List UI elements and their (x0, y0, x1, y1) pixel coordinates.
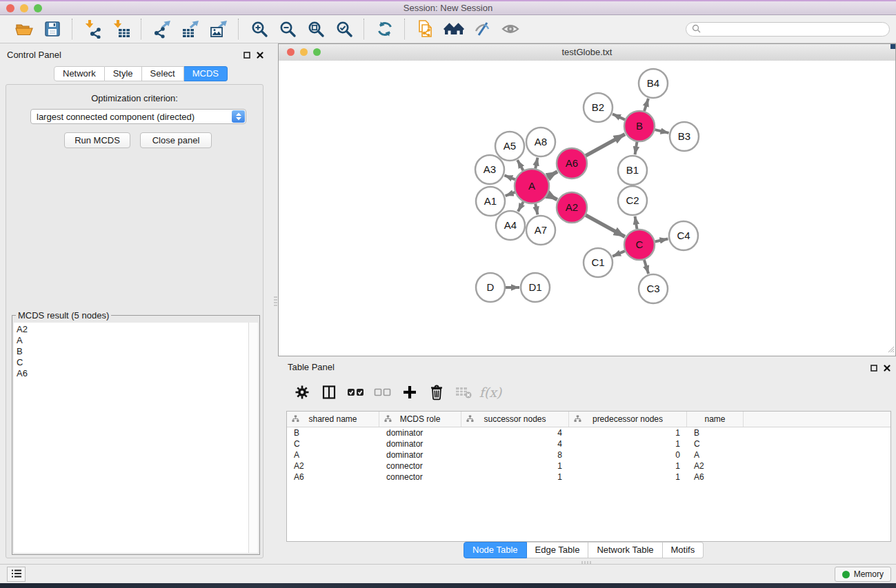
new-network-from-file-icon[interactable] (415, 18, 436, 40)
show-columns-icon[interactable] (317, 381, 341, 404)
close-panel-icon[interactable] (884, 363, 890, 374)
network-minimize-button[interactable] (300, 48, 308, 56)
table-cell: 1 (569, 460, 687, 472)
edge-A-A6[interactable] (548, 172, 558, 177)
export-network-icon[interactable] (151, 18, 172, 40)
mcds-result-item[interactable]: C (14, 357, 248, 368)
edge-A-A1[interactable] (506, 192, 515, 196)
session-title: Session: New Session (0, 1, 896, 14)
edge-B-B1[interactable] (635, 142, 637, 155)
table-toolbar: f(x) (278, 375, 896, 409)
zoom-fit-icon[interactable] (305, 18, 326, 40)
table-row[interactable]: Cdominator41C (287, 438, 890, 449)
refresh-layout-icon[interactable] (374, 18, 395, 40)
resize-grip-icon[interactable] (886, 344, 895, 355)
import-network-icon[interactable] (82, 18, 103, 40)
window-titlebar[interactable]: Session: New Session (0, 0, 896, 15)
save-session-icon[interactable] (41, 18, 63, 40)
first-neighbors-icon[interactable] (443, 18, 464, 40)
tab-node-table[interactable]: Node Table (464, 542, 527, 558)
edge-A2-C[interactable] (586, 215, 625, 236)
zoom-window-button[interactable] (34, 4, 42, 12)
column-header-successor-nodes[interactable]: successor nodes (461, 412, 569, 427)
edge-A-A8[interactable] (535, 158, 537, 169)
export-table-icon[interactable] (179, 18, 201, 40)
tab-motifs[interactable]: Motifs (663, 542, 704, 558)
zoom-selected-icon[interactable] (333, 18, 355, 40)
network-graph[interactable]: B4B2BB3A5A8A6A3AB1A1C2A2A4A7C4CC1DD1C3 (279, 61, 895, 356)
tab-select[interactable]: Select (142, 66, 184, 81)
edge-A-A4[interactable] (518, 202, 524, 212)
deselect-all-columns-icon[interactable] (371, 381, 395, 404)
node-label-B3: B3 (678, 130, 690, 142)
zoom-in-icon[interactable] (248, 18, 270, 40)
edge-C-C1[interactable] (613, 251, 625, 256)
vertical-splitter-handle[interactable] (274, 296, 277, 307)
edge-A6-B[interactable] (586, 134, 625, 156)
mcds-result-item[interactable]: A (14, 335, 248, 346)
task-history-button[interactable] (7, 567, 26, 582)
node-label-C4: C4 (677, 230, 690, 241)
float-panel-icon[interactable] (243, 50, 250, 61)
network-window-titlebar[interactable]: testGlobe.txt (279, 44, 895, 61)
close-window-button[interactable] (6, 4, 14, 12)
node-label-D1: D1 (528, 281, 541, 293)
run-mcds-button[interactable]: Run MCDS (64, 132, 130, 148)
import-table-icon[interactable] (110, 18, 132, 40)
table-row[interactable]: Bdominator41B (287, 427, 890, 438)
control-panel-title: Control Panel (7, 50, 61, 60)
column-header-name[interactable]: name (687, 412, 744, 427)
network-canvas[interactable]: B4B2BB3A5A8A6A3AB1A1C2A2A4A7C4CC1DD1C3 (279, 61, 895, 356)
export-image-icon[interactable] (208, 18, 229, 40)
edge-C-C4[interactable] (655, 239, 668, 242)
float-panel-icon[interactable] (870, 363, 877, 374)
tab-style[interactable]: Style (105, 66, 142, 81)
status-bar: Memory (0, 564, 896, 583)
add-column-icon[interactable] (398, 381, 421, 404)
column-header-predecessor-nodes[interactable]: predecessor nodes (569, 412, 687, 427)
edge-A-A5[interactable] (517, 160, 523, 170)
search-input[interactable] (704, 23, 889, 35)
minimize-window-button[interactable] (20, 4, 28, 12)
tab-mcds[interactable]: MCDS (184, 66, 228, 81)
column-header-shared-name[interactable]: shared name (287, 412, 379, 427)
tab-network[interactable]: Network (54, 66, 105, 81)
edge-A-A7[interactable] (535, 203, 537, 214)
mcds-result-scrollbar[interactable] (248, 323, 258, 553)
hide-selected-icon[interactable] (471, 18, 492, 40)
tab-network-table[interactable]: Network Table (588, 542, 662, 558)
mcds-result-item[interactable]: A2 (14, 324, 248, 335)
close-panel-icon[interactable] (257, 50, 263, 61)
node-label-A4: A4 (504, 219, 517, 231)
edge-A-A3[interactable] (504, 175, 515, 179)
edge-A-A2[interactable] (548, 194, 557, 199)
edge-B-B4[interactable] (644, 99, 648, 111)
memory-button[interactable]: Memory (835, 567, 891, 582)
column-header-MCDS-role[interactable]: MCDS role (379, 412, 461, 427)
select-all-columns-icon[interactable] (344, 381, 368, 404)
network-zoom-button[interactable] (313, 48, 321, 56)
show-graphics-details-icon[interactable] (499, 18, 521, 40)
mcds-result-item[interactable]: A6 (14, 368, 248, 379)
search-box[interactable] (686, 22, 890, 37)
edge-C-C3[interactable] (644, 260, 648, 274)
criterion-dropdown[interactable]: largest connected component (directed) (30, 109, 246, 124)
edge-C-C2[interactable] (635, 216, 637, 230)
edge-B-B2[interactable] (613, 114, 625, 119)
table-settings-gear-icon[interactable] (290, 381, 314, 404)
table-row[interactable]: Adominator80A (287, 449, 890, 460)
column-header-label: MCDS role (400, 414, 441, 424)
table-cell: A6 (287, 472, 379, 483)
network-close-button[interactable] (287, 48, 295, 56)
zoom-out-icon[interactable] (277, 18, 298, 40)
close-panel-button[interactable]: Close panel (140, 132, 212, 148)
table-row[interactable]: A2connector11A2 (287, 460, 890, 472)
mcds-result-item[interactable]: B (14, 346, 248, 357)
table-row[interactable]: A6connector11A6 (287, 472, 890, 483)
control-panel-window-buttons (243, 50, 263, 61)
delete-column-icon[interactable] (425, 381, 448, 404)
tab-edge-table[interactable]: Edge Table (527, 542, 589, 558)
mcds-result-list[interactable]: A2ABCA6 (14, 323, 248, 553)
edge-B-B3[interactable] (655, 130, 668, 133)
open-file-icon[interactable] (13, 18, 34, 40)
